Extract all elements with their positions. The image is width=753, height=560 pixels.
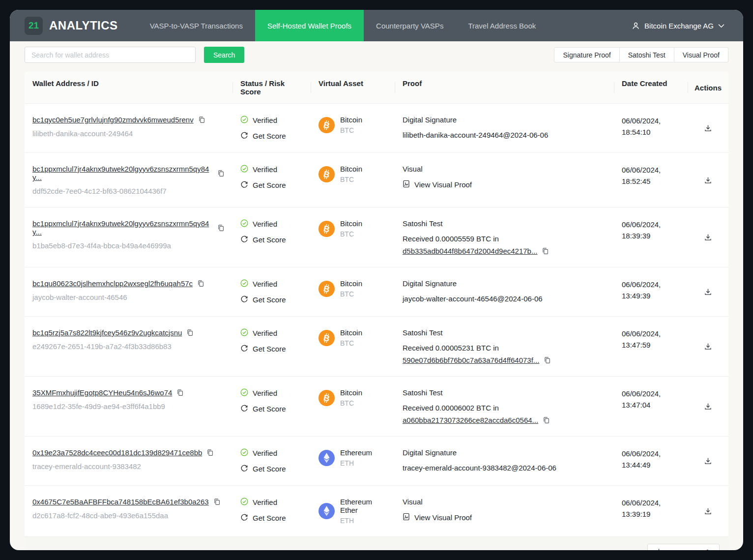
satoshi-test-button[interactable]: Satoshi Test bbox=[620, 47, 674, 62]
document-image-icon bbox=[403, 180, 410, 189]
proof-tx-link[interactable]: d5b335adb044f8b647d2004d9ec4217b... bbox=[403, 247, 537, 255]
wallet-address-link[interactable]: bc1ppxmclul7jr4aknx9utwek20lgyyv6zsnszxr… bbox=[32, 165, 213, 181]
visual-proof-button[interactable]: Visual Proof bbox=[674, 47, 728, 62]
copy-icon[interactable] bbox=[542, 247, 549, 255]
download-proof-icon[interactable] bbox=[704, 176, 712, 184]
wallet-address-link[interactable]: bc1qyc0eh5ue7grlvlujnfg90zmdvvk6mweud5re… bbox=[32, 116, 194, 124]
download-proof-icon[interactable] bbox=[704, 402, 712, 411]
verified-check-icon bbox=[240, 279, 248, 289]
copy-icon[interactable] bbox=[186, 329, 194, 336]
proof-type: Satoshi Test bbox=[403, 388, 606, 397]
get-score-button[interactable]: Get Score bbox=[240, 344, 303, 354]
export-proofs-button[interactable]: Export Proofs bbox=[647, 544, 720, 550]
view-visual-proof-button[interactable]: View Visual Proof bbox=[403, 513, 606, 522]
proof-cell: Digital Signature lilibeth-danika-accoun… bbox=[395, 104, 614, 152]
download-proof-icon[interactable] bbox=[704, 288, 712, 296]
status-cell: Verified Get Score bbox=[232, 437, 311, 485]
column-header-virtual-asset: Virtual Asset bbox=[311, 72, 395, 103]
column-header-date-created: Date Created bbox=[614, 72, 688, 103]
date-line: 06/06/2024, bbox=[622, 388, 680, 400]
download-proof-icon[interactable] bbox=[704, 342, 712, 351]
wallet-address-link[interactable]: 0x4675C7e5BaAFBFFbca748158bEcBA61ef3b0a2… bbox=[32, 498, 209, 506]
tab-vasp-to-vasp-transactions[interactable]: VASP-to-VASP Transactions bbox=[138, 10, 255, 41]
virtual-asset-cell: B Bitcoin BTC bbox=[311, 207, 395, 267]
proof-tx-link[interactable]: 590e07d6b6bf76b0c7a63a76d4ff64073f... bbox=[403, 356, 539, 364]
document-image-icon bbox=[403, 513, 410, 522]
nav-tabs: VASP-to-VASP Transactions Self-Hosted Wa… bbox=[138, 10, 549, 41]
tab-travel-address-book[interactable]: Travel Address Book bbox=[456, 10, 548, 41]
get-score-button[interactable]: Get Score bbox=[240, 180, 303, 190]
actions-cell bbox=[688, 267, 728, 316]
proof-type: Visual bbox=[403, 498, 606, 506]
download-proof-icon[interactable] bbox=[704, 507, 712, 515]
wallet-sub-id: ddf52cde-7ee0-4c12-bf63-0862104436f7 bbox=[32, 187, 225, 195]
wallet-sub-id: tracey-emerald-account-9383482 bbox=[32, 462, 225, 471]
copy-icon[interactable] bbox=[213, 498, 221, 505]
get-score-button[interactable]: Get Score bbox=[240, 295, 303, 304]
proof-cell: Visual View Visual Proof bbox=[395, 486, 614, 536]
table-row: bc1q5rzj5a7s822lt9kjfcey546z9v2ugkcatcjs… bbox=[25, 316, 728, 376]
brand-logo[interactable]: 21 ANALYTICS bbox=[10, 10, 138, 41]
time-line: 18:52:45 bbox=[622, 176, 680, 187]
proof-cell: Satoshi Test Received 0.00006002 BTC in … bbox=[395, 377, 614, 436]
proof-detail: jaycob-walter-account-46546@2024-06-06 bbox=[403, 295, 606, 303]
proof-detail: tracey-emerald-account-9383482@2024-06-0… bbox=[403, 464, 606, 472]
get-score-button[interactable]: Get Score bbox=[240, 404, 303, 413]
get-score-button[interactable]: Get Score bbox=[240, 513, 303, 523]
tab-self-hosted-wallet-proofs[interactable]: Self-Hosted Wallet Proofs bbox=[255, 10, 364, 41]
wallet-address-link[interactable]: bc1ppxmclul7jr4aknx9utwek20lgyyv6zsnszxr… bbox=[32, 219, 213, 236]
download-proof-icon[interactable] bbox=[704, 457, 712, 465]
date-created-cell: 06/06/2024, 18:54:10 bbox=[614, 104, 688, 152]
verified-check-icon bbox=[240, 219, 248, 229]
wallet-address-link[interactable]: bc1qu80623c0jslhemxhclpp2wxsegl2fh6uqah5… bbox=[32, 279, 193, 288]
download-proof-icon[interactable] bbox=[704, 124, 712, 132]
proof-type: Visual bbox=[403, 165, 606, 173]
get-score-button[interactable]: Get Score bbox=[240, 235, 303, 244]
verified-status: Verified bbox=[240, 498, 303, 507]
refresh-icon bbox=[240, 180, 248, 190]
tab-counterparty-vasps[interactable]: Counterparty VASPs bbox=[364, 10, 456, 41]
download-proof-icon[interactable] bbox=[704, 233, 712, 241]
asset-symbol: BTC bbox=[340, 290, 362, 298]
refresh-icon bbox=[240, 295, 248, 304]
virtual-asset-cell: B Bitcoin BTC bbox=[311, 153, 395, 207]
page-frame: 21 ANALYTICS VASP-to-VASP Transactions S… bbox=[0, 0, 753, 560]
status-cell: Verified Get Score bbox=[232, 153, 311, 207]
copy-icon[interactable] bbox=[217, 170, 225, 177]
account-label: Bitcoin Exchange AG bbox=[644, 22, 714, 30]
view-visual-proof-button[interactable]: View Visual Proof bbox=[403, 180, 606, 189]
status-cell: Verified Get Score bbox=[232, 486, 311, 536]
account-menu[interactable]: Bitcoin Exchange AG bbox=[632, 10, 743, 41]
proof-detail: Received 0.00006002 BTC in bbox=[403, 404, 606, 412]
virtual-asset-cell: Ethereum Ether ETH bbox=[311, 486, 395, 536]
wallet-address-link[interactable]: bc1q5rzj5a7s822lt9kjfcey546z9v2ugkcatcjs… bbox=[32, 328, 182, 337]
copy-icon[interactable] bbox=[206, 449, 214, 456]
wallet-address-link[interactable]: 0x19e23a7528dc4ceec00d181dc139d829471ce8… bbox=[32, 448, 202, 457]
wallet-sub-id: jaycob-walter-account-46546 bbox=[32, 293, 225, 301]
verified-status: Verified bbox=[240, 448, 303, 458]
copy-icon[interactable] bbox=[543, 416, 550, 424]
actions-cell bbox=[688, 153, 728, 207]
proof-tx-link[interactable]: a060bba2173073266ce82accda6c0564... bbox=[403, 416, 538, 424]
table-row: 0x4675C7e5BaAFBFFbca748158bEcBA61ef3b0a2… bbox=[25, 485, 728, 536]
date-line: 06/06/2024, bbox=[622, 165, 680, 176]
copy-icon[interactable] bbox=[176, 389, 184, 396]
table-row: bc1qu80623c0jslhemxhclpp2wxsegl2fh6uqah5… bbox=[25, 267, 728, 316]
copy-icon[interactable] bbox=[217, 224, 225, 232]
copy-icon[interactable] bbox=[198, 116, 205, 123]
refresh-icon bbox=[240, 464, 248, 473]
date-line: 06/06/2024, bbox=[622, 116, 680, 127]
wallet-address-link[interactable]: 35XMFmxhujifEgotp8CYHeu54n6sJ6wo74 bbox=[32, 388, 172, 397]
wallet-address-cell: bc1q5rzj5a7s822lt9kjfcey546z9v2ugkcatcjs… bbox=[25, 317, 232, 376]
date-line: 06/06/2024, bbox=[622, 279, 680, 291]
refresh-icon bbox=[240, 404, 248, 413]
refresh-icon bbox=[240, 235, 248, 244]
verified-status: Verified bbox=[240, 388, 303, 398]
search-input[interactable] bbox=[25, 47, 196, 63]
copy-icon[interactable] bbox=[544, 356, 551, 364]
signature-proof-button[interactable]: Signature Proof bbox=[554, 47, 619, 62]
get-score-button[interactable]: Get Score bbox=[240, 131, 303, 141]
search-button[interactable]: Search bbox=[204, 47, 244, 63]
get-score-button[interactable]: Get Score bbox=[240, 464, 303, 473]
copy-icon[interactable] bbox=[197, 280, 204, 287]
